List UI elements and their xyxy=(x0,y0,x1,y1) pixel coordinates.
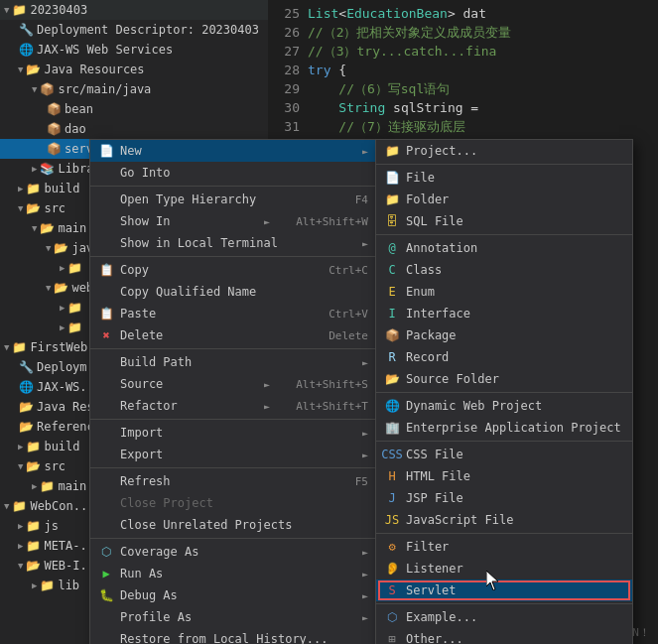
enterprise-new-icon: 🏢 xyxy=(384,420,400,436)
listener-new-icon: 👂 xyxy=(384,561,400,577)
separator-3 xyxy=(90,348,376,349)
src2-icon: 📂 xyxy=(25,458,41,474)
submenu-item-servlet[interactable]: S Servlet xyxy=(376,580,632,601)
web-sub1-icon: 📁 xyxy=(66,300,82,316)
tree-item-deployment[interactable]: 🔧 Deployment Descriptor: 20230403 xyxy=(0,20,268,40)
submenu-item-listener[interactable]: 👂 Listener xyxy=(376,558,632,580)
menu-item-refresh[interactable]: Refresh F5 xyxy=(90,470,376,492)
separator-6 xyxy=(90,538,376,539)
submenu-item-folder[interactable]: 📁 Folder xyxy=(376,189,632,210)
tree-item-20230403[interactable]: ▼ 📁 20230403 xyxy=(0,0,268,20)
submenu-item-css-file[interactable]: CSS CSS File xyxy=(376,444,632,465)
go-into-icon xyxy=(98,165,114,181)
css-new-icon: CSS xyxy=(384,447,400,462)
menu-item-refactor[interactable]: Refactor ► Alt+Shift+T xyxy=(90,395,376,417)
folder-new-icon: 📁 xyxy=(384,192,400,207)
menu-item-copy[interactable]: 📋 Copy Ctrl+C xyxy=(90,259,376,281)
webcon-icon: 📁 xyxy=(11,498,27,514)
record-new-icon: R xyxy=(384,349,400,365)
submenu-item-html-file[interactable]: H HTML File xyxy=(376,465,632,487)
tree-item-java-resources[interactable]: ▼ 📂 Java Resources xyxy=(0,60,268,79)
build-path-arrow-icon: ► xyxy=(362,357,368,368)
sub-separator-6 xyxy=(376,603,632,604)
web-folder-icon: 📂 xyxy=(53,280,68,296)
menu-item-close-unrelated[interactable]: Close Unrelated Projects xyxy=(90,514,376,536)
tree-item-dao[interactable]: 📦 dao xyxy=(0,119,268,139)
close-unrelated-icon xyxy=(98,517,114,533)
code-line-30: String sqlString = xyxy=(308,98,658,117)
paste-icon: 📋 xyxy=(98,306,114,322)
submenu-item-other[interactable]: ⊞ Other... xyxy=(376,628,632,644)
example-new-icon: ⬡ xyxy=(384,609,400,625)
restore-icon xyxy=(98,631,114,644)
submenu-item-enterprise-app[interactable]: 🏢 Enterprise Application Project xyxy=(376,417,632,439)
submenu-item-project[interactable]: 📁 Project... xyxy=(376,140,632,162)
sub-separator-3 xyxy=(376,392,632,393)
menu-item-import[interactable]: Import ► xyxy=(90,422,376,444)
jav-sub-icon: 📁 xyxy=(66,260,82,276)
menu-item-build-path[interactable]: Build Path ► xyxy=(90,351,376,373)
type-hierarchy-icon xyxy=(98,192,114,207)
jaxws-icon: 🌐 xyxy=(18,42,34,58)
submenu-new: 📁 Project... 📄 File 📁 Folder 🗄 SQL File … xyxy=(375,139,633,644)
submenu-item-package[interactable]: 📦 Package xyxy=(376,324,632,346)
submenu-item-jsp-file[interactable]: J JSP File xyxy=(376,487,632,509)
menu-item-open-type-hierarchy[interactable]: Open Type Hierarchy F4 xyxy=(90,189,376,210)
menu-item-coverage-as[interactable]: ⬡ Coverage As ► xyxy=(90,541,376,563)
import-arrow-icon: ► xyxy=(362,428,368,439)
jsp-new-icon: J xyxy=(384,490,400,506)
sub-separator-1 xyxy=(376,164,632,165)
menu-item-new[interactable]: 📄 New ► xyxy=(90,140,376,162)
menu-item-delete[interactable]: ✖ Delete Delete xyxy=(90,324,376,346)
context-menu: 📄 New ► Go Into Open Type Hierarchy F4 S… xyxy=(89,139,377,644)
refactor-arrow-icon: ► Alt+Shift+T xyxy=(264,400,368,413)
src-icon: 📦 xyxy=(39,81,55,97)
submenu-item-record[interactable]: R Record xyxy=(376,346,632,368)
lib-icon: 📁 xyxy=(39,578,55,593)
menu-item-run-as[interactable]: ▶ Run As ► xyxy=(90,563,376,584)
firstweb-icon: 📁 xyxy=(11,339,27,355)
show-in-icon xyxy=(98,213,114,229)
sub-separator-2 xyxy=(376,234,632,235)
tree-item-jaxws[interactable]: 🌐 JAX-WS Web Services xyxy=(0,40,268,60)
java-res2-icon: 📂 xyxy=(18,399,34,415)
menu-item-show-local[interactable]: Show in Local Terminal ► xyxy=(90,232,376,254)
separator-4 xyxy=(90,419,376,420)
submenu-item-sql-file[interactable]: 🗄 SQL File xyxy=(376,210,632,232)
import-icon xyxy=(98,425,114,441)
menu-item-copy-qualified[interactable]: Copy Qualified Name xyxy=(90,281,376,303)
menu-item-close-project: Close Project xyxy=(90,492,376,514)
submenu-item-annotation[interactable]: @ Annotation xyxy=(376,237,632,259)
submenu-item-source-folder[interactable]: 📂 Source Folder xyxy=(376,368,632,390)
new-arrow-icon: ► xyxy=(362,146,368,157)
submenu-item-class[interactable]: C Class xyxy=(376,259,632,281)
menu-item-restore[interactable]: Restore from Local History... xyxy=(90,628,376,644)
show-local-arrow-icon: ► xyxy=(362,238,368,249)
src-folder-icon: 📂 xyxy=(25,200,41,216)
menu-item-show-in[interactable]: Show In ► Alt+Shift+W xyxy=(90,210,376,232)
submenu-item-example[interactable]: ⬡ Example... xyxy=(376,606,632,628)
menu-item-go-into[interactable]: Go Into xyxy=(90,162,376,184)
submenu-item-filter[interactable]: ⚙ Filter xyxy=(376,536,632,558)
file-new-icon: 📄 xyxy=(384,170,400,186)
menu-item-profile-as[interactable]: Profile As ► xyxy=(90,606,376,628)
separator-2 xyxy=(90,256,376,257)
menu-item-source[interactable]: Source ► Alt+Shift+S xyxy=(90,373,376,395)
menu-item-paste[interactable]: 📋 Paste Ctrl+V xyxy=(90,303,376,324)
menu-item-debug-as[interactable]: 🐛 Debug As ► xyxy=(90,584,376,606)
debug-arrow-icon: ► xyxy=(362,590,368,601)
class-new-icon: C xyxy=(384,262,400,278)
submenu-item-file[interactable]: 📄 File xyxy=(376,167,632,189)
bean-package-icon: 📦 xyxy=(46,101,62,117)
submenu-item-interface[interactable]: I Interface xyxy=(376,303,632,324)
enum-new-icon: E xyxy=(384,284,400,300)
submenu-item-js-file[interactable]: JS JavaScript File xyxy=(376,509,632,531)
submenu-item-dynamic-web[interactable]: 🌐 Dynamic Web Project xyxy=(376,395,632,417)
submenu-item-enum[interactable]: E Enum xyxy=(376,281,632,303)
code-line-26: //（2）把相关对象定义成成员变量 xyxy=(308,23,658,42)
tree-item-bean[interactable]: 📦 bean xyxy=(0,99,268,119)
delete-icon: ✖ xyxy=(98,327,114,343)
tree-item-src-main-java[interactable]: ▼ 📦 src/main/java xyxy=(0,79,268,99)
menu-item-export[interactable]: Export ► xyxy=(90,444,376,465)
copy-qualified-icon xyxy=(98,284,114,300)
